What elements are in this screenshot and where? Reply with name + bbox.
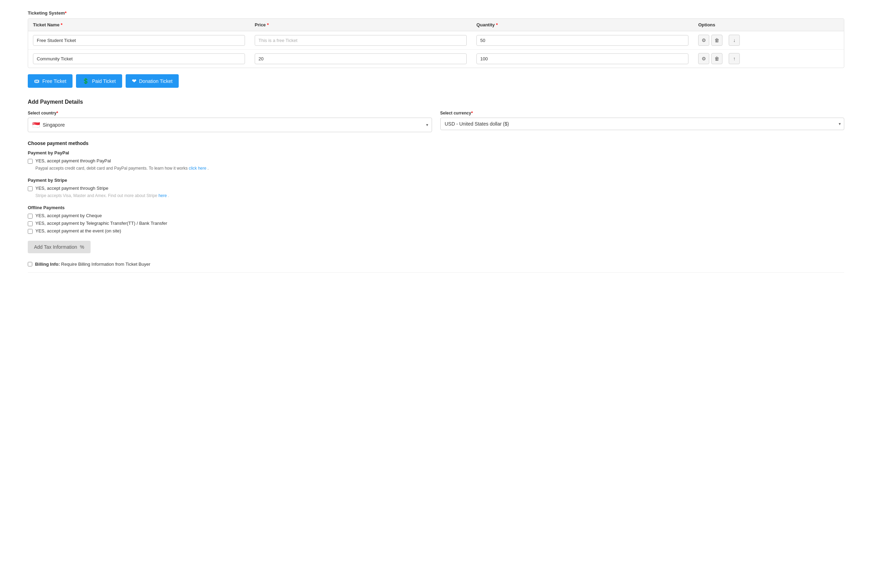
country-value: Singapore	[43, 122, 419, 128]
stripe-label: Payment by Stripe	[28, 178, 844, 183]
tt-checkbox-text: YES, accept payment by Telegraphic Trans…	[35, 220, 167, 226]
cheque-checkbox-row: YES, accept payment by Cheque	[28, 213, 844, 219]
payment-country-currency-row: Select country* 🇸🇬 Singapore ▾ Select cu…	[28, 111, 844, 132]
ticket-price-input-1[interactable]	[255, 35, 467, 46]
ticket-quantity-cell-2	[471, 50, 693, 68]
col-options: Options	[693, 19, 844, 31]
delete-button-2[interactable]: 🗑	[711, 53, 722, 64]
payment-heading: Add Payment Details	[28, 99, 844, 105]
country-select-arrow: ▾	[426, 123, 428, 128]
paypal-checkbox[interactable]	[28, 159, 33, 164]
paypal-sub-text: Paypal accepts credit card, debit card a…	[35, 166, 844, 171]
ticket-options-cell-1: ⚙ 🗑 ↓	[693, 31, 844, 50]
currency-col: Select currency* USD - United States dol…	[440, 111, 845, 132]
onsite-checkbox-text: YES, accept payment at the event (on sit…	[35, 228, 121, 234]
stripe-checkbox[interactable]	[28, 186, 33, 191]
add-tax-label: Add Tax Information	[34, 244, 77, 250]
gear-button-2[interactable]: ⚙	[698, 53, 709, 64]
col-price: Price *	[250, 19, 471, 31]
gear-button-1[interactable]: ⚙	[698, 35, 709, 46]
tt-checkbox-row: YES, accept payment by Telegraphic Trans…	[28, 220, 844, 226]
ticket-name-cell-1	[28, 31, 250, 50]
delete-button-1[interactable]: 🗑	[711, 35, 722, 46]
down-arrow-button-1[interactable]: ↓	[729, 35, 740, 46]
stripe-note: Stripe accepts Visa, Master and Amex. Fi…	[35, 193, 844, 198]
currency-select-wrapper: USD - United States dollar ($) ▾	[440, 118, 845, 130]
add-tax-button[interactable]: Add Tax Information %	[28, 241, 90, 253]
ticket-name-cell-2	[28, 50, 250, 68]
onsite-checkbox[interactable]	[28, 229, 33, 234]
ticket-row-1: ⚙ 🗑 ↓	[28, 31, 844, 50]
ticket-price-cell-1	[250, 31, 471, 50]
ticket-type-buttons: 🎟 Free Ticket 💲 Paid Ticket ❤ Donation T…	[28, 74, 844, 88]
ticketing-section: Ticketing System* Ticket Name * Price * …	[28, 10, 844, 88]
ticket-name-input-2[interactable]	[33, 53, 245, 64]
ticket-options-cell-2: ⚙ 🗑 ↑	[693, 50, 844, 68]
up-arrow-button-2[interactable]: ↑	[729, 53, 740, 64]
paid-ticket-button[interactable]: 💲 Paid Ticket	[76, 74, 122, 88]
donation-ticket-button[interactable]: ❤ Donation Ticket	[126, 74, 179, 88]
paypal-section: Payment by PayPal YES, accept payment th…	[28, 150, 844, 171]
tt-checkbox[interactable]	[28, 221, 33, 226]
payment-methods-heading: Choose payment methods	[28, 141, 844, 146]
billing-checkbox[interactable]	[28, 262, 32, 266]
donation-ticket-label: Donation Ticket	[139, 78, 173, 84]
ticket-table: Ticket Name * Price * Quantity * Options	[28, 19, 844, 68]
paypal-click-here-link[interactable]: click here	[189, 166, 206, 171]
offline-label: Offline Payments	[28, 205, 844, 210]
paypal-label: Payment by PayPal	[28, 150, 844, 155]
donation-ticket-icon: ❤	[132, 78, 137, 84]
billing-row: Billing Info: Require Billing Informatio…	[28, 262, 844, 267]
ticket-quantity-input-1[interactable]	[476, 35, 689, 46]
options-cell-1: ⚙ 🗑 ↓	[698, 35, 839, 46]
stripe-section: Payment by Stripe YES, accept payment th…	[28, 178, 844, 198]
paid-ticket-label: Paid Ticket	[92, 78, 116, 84]
bottom-divider	[28, 272, 844, 273]
stripe-checkbox-text: YES, accept payment through Stripe	[35, 186, 108, 191]
country-flag: 🇸🇬	[32, 121, 40, 129]
percent-icon: %	[80, 244, 84, 250]
paypal-checkbox-row: YES, accept payment through PayPal	[28, 158, 844, 164]
col-ticket-name: Ticket Name *	[28, 19, 250, 31]
ticket-row-2: ⚙ 🗑 ↑	[28, 50, 844, 68]
paid-ticket-icon: 💲	[82, 78, 89, 84]
offline-section: Offline Payments YES, accept payment by …	[28, 205, 844, 234]
cheque-checkbox-text: YES, accept payment by Cheque	[35, 213, 102, 218]
ticketing-required: *	[65, 10, 67, 16]
stripe-here-link[interactable]: here	[159, 193, 167, 198]
ticket-quantity-cell-1	[471, 31, 693, 50]
free-ticket-label: Free Ticket	[42, 78, 66, 84]
country-label: Select country*	[28, 111, 432, 116]
currency-label: Select currency*	[440, 111, 845, 116]
paypal-checkbox-text: YES, accept payment through PayPal	[35, 158, 111, 164]
ticketing-table-wrapper: Ticket Name * Price * Quantity * Options	[28, 18, 844, 68]
ticketing-label: Ticketing System*	[28, 10, 844, 16]
cheque-checkbox[interactable]	[28, 214, 33, 219]
ticket-table-header: Ticket Name * Price * Quantity * Options	[28, 19, 844, 31]
free-ticket-icon: 🎟	[34, 78, 39, 84]
currency-select[interactable]: USD - United States dollar ($)	[440, 118, 845, 130]
ticket-name-input-1[interactable]	[33, 35, 245, 46]
ticket-price-cell-2	[250, 50, 471, 68]
country-col: Select country* 🇸🇬 Singapore ▾	[28, 111, 432, 132]
payment-section: Add Payment Details Select country* 🇸🇬 S…	[28, 99, 844, 273]
stripe-checkbox-row: YES, accept payment through Stripe	[28, 186, 844, 191]
country-select-wrapper[interactable]: 🇸🇬 Singapore ▾	[28, 118, 432, 132]
free-ticket-button[interactable]: 🎟 Free Ticket	[28, 74, 72, 88]
ticket-price-input-2[interactable]	[255, 53, 467, 64]
options-cell-2: ⚙ 🗑 ↑	[698, 53, 839, 64]
billing-text: Billing Info: Require Billing Informatio…	[35, 262, 150, 267]
onsite-checkbox-row: YES, accept payment at the event (on sit…	[28, 228, 844, 234]
ticket-quantity-input-2[interactable]	[476, 53, 689, 64]
col-quantity: Quantity *	[471, 19, 693, 31]
